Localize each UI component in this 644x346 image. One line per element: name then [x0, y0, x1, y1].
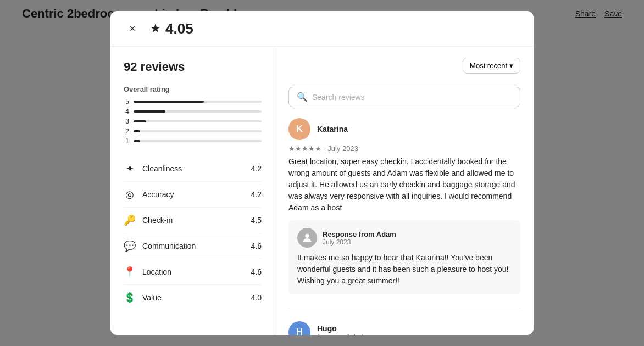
search-input[interactable]	[312, 93, 512, 102]
star-bar-row: 2	[124, 127, 262, 135]
category-icon-value: 💲	[124, 292, 136, 304]
star-bar-label: 1	[124, 137, 129, 145]
reviews-modal: × ★ 4.05 92 reviews Overall rating 5 4 3	[110, 11, 534, 335]
category-name-value: Value	[142, 293, 162, 302]
category-ratings: ✦ Cleanliness 4.2 ◎ Accuracy 4.2 🔑 Check…	[124, 156, 262, 310]
reviewer-info: Katarina	[317, 125, 348, 133]
reviews-list: K Katarina ★★★★★ · July 2023 Great locat…	[288, 118, 520, 335]
category-row-cleanliness: ✦ Cleanliness 4.2	[124, 156, 262, 182]
overall-label: Overall rating	[124, 85, 262, 93]
bar-track	[134, 101, 262, 103]
bar-track	[134, 140, 262, 142]
reviewer-row: K Katarina	[288, 118, 520, 140]
star-bar-row: 4	[124, 108, 262, 115]
category-icon-check-in: 🔑	[124, 214, 136, 226]
star-bar-row: 1	[124, 137, 262, 145]
search-bar: 🔍	[288, 87, 520, 107]
modal-overlay[interactable]: × ★ 4.05 92 reviews Overall rating 5 4 3	[0, 0, 644, 346]
category-row-check-in: 🔑 Check-in 4.5	[124, 208, 262, 233]
modal-score: 4.05	[165, 20, 193, 37]
category-score-cleanliness: 4.2	[251, 164, 262, 173]
category-icon-accuracy: ◎	[124, 188, 136, 200]
category-score-location: 4.6	[251, 267, 262, 276]
star-bar-label: 3	[124, 118, 129, 125]
bar-fill	[134, 130, 140, 132]
star-bar-row: 3	[124, 118, 262, 125]
reviewer-name: Hugo	[317, 324, 365, 333]
bar-track	[134, 110, 262, 113]
reviewer-avatar: K	[288, 118, 310, 140]
sort-label: Most recent	[470, 62, 507, 70]
category-row-location: 📍 Location 4.6	[124, 259, 262, 285]
category-left: 💬 Communication	[124, 240, 196, 252]
reviewer-info: Hugo 1 year on Airbnb	[317, 324, 365, 335]
star-bar-label: 5	[124, 98, 129, 105]
review-text: Great location, super easy checkin. I ac…	[288, 156, 520, 214]
svg-point-0	[305, 234, 309, 238]
sort-dropdown[interactable]: Most recent ▾	[463, 58, 520, 74]
category-left: 💲 Value	[124, 292, 162, 304]
category-name-check-in: Check-in	[142, 216, 173, 225]
review-card-r1: K Katarina ★★★★★ · July 2023 Great locat…	[288, 118, 520, 308]
modal-close-button[interactable]: ×	[124, 20, 141, 37]
right-panel[interactable]: Most recent ▾ 🔍 K Katarina ★★★★★ ·	[275, 47, 534, 335]
response-avatar	[297, 228, 317, 248]
category-row-communication: 💬 Communication 4.6	[124, 233, 262, 259]
category-row-accuracy: ◎ Accuracy 4.2	[124, 182, 262, 208]
category-score-communication: 4.6	[251, 242, 262, 250]
star-bar-label: 2	[124, 127, 129, 135]
response-block-r1: Response from Adam July 2023 It makes me…	[288, 220, 520, 294]
bar-fill	[134, 101, 204, 103]
bar-fill	[134, 120, 146, 122]
star-bars: 5 4 3 2 1	[124, 98, 262, 145]
category-left: 📍 Location	[124, 266, 171, 278]
bar-fill	[134, 140, 140, 142]
category-score-check-in: 4.5	[251, 216, 262, 225]
reviewer-meta: 1 year on Airbnb	[317, 333, 365, 335]
category-icon-cleanliness: ✦	[124, 163, 136, 175]
category-left: 🔑 Check-in	[124, 214, 173, 226]
category-name-accuracy: Accuracy	[142, 190, 174, 199]
reviewer-name: Katarina	[317, 125, 348, 133]
category-icon-communication: 💬	[124, 240, 136, 252]
category-name-cleanliness: Cleanliness	[142, 164, 182, 173]
response-text: It makes me so happy to hear that Katari…	[297, 252, 512, 287]
reviews-count: 92 reviews	[124, 60, 262, 74]
bar-track	[134, 130, 262, 132]
response-date: July 2023	[323, 238, 396, 246]
review-date: ★★★★★ · July 2023	[288, 144, 520, 153]
modal-score-area: ★ 4.05	[150, 20, 193, 37]
category-left: ✦ Cleanliness	[124, 163, 182, 175]
bar-fill	[134, 110, 165, 113]
left-panel: 92 reviews Overall rating 5 4 3 2 1	[110, 47, 275, 335]
modal-body: 92 reviews Overall rating 5 4 3 2 1	[110, 47, 534, 335]
modal-header: × ★ 4.05	[110, 11, 534, 47]
review-card-r2: H Hugo 1 year on Airbnb ★★★★★ · July 202…	[288, 321, 520, 335]
review-header-row: Most recent ▾	[288, 58, 520, 82]
category-row-value: 💲 Value 4.0	[124, 285, 262, 310]
bar-track	[134, 120, 262, 122]
star-bar-label: 4	[124, 108, 129, 115]
response-info: Response from Adam July 2023	[323, 230, 396, 246]
chevron-down-icon: ▾	[509, 62, 513, 70]
search-icon: 🔍	[297, 92, 308, 102]
response-header: Response from Adam July 2023	[297, 228, 512, 248]
review-date-text: · July 2023	[324, 144, 358, 153]
category-score-accuracy: 4.2	[251, 190, 262, 199]
reviewer-row: H Hugo 1 year on Airbnb	[288, 321, 520, 335]
star-bar-row: 5	[124, 98, 262, 105]
reviewer-avatar: H	[288, 321, 310, 335]
star-rating-icon: ★★★★★	[288, 144, 321, 153]
category-name-location: Location	[142, 267, 171, 276]
response-from: Response from Adam	[323, 230, 396, 238]
star-icon: ★	[150, 21, 161, 36]
category-score-value: 4.0	[251, 293, 262, 302]
category-name-communication: Communication	[142, 242, 196, 250]
category-left: ◎ Accuracy	[124, 188, 174, 200]
category-icon-location: 📍	[124, 266, 136, 278]
